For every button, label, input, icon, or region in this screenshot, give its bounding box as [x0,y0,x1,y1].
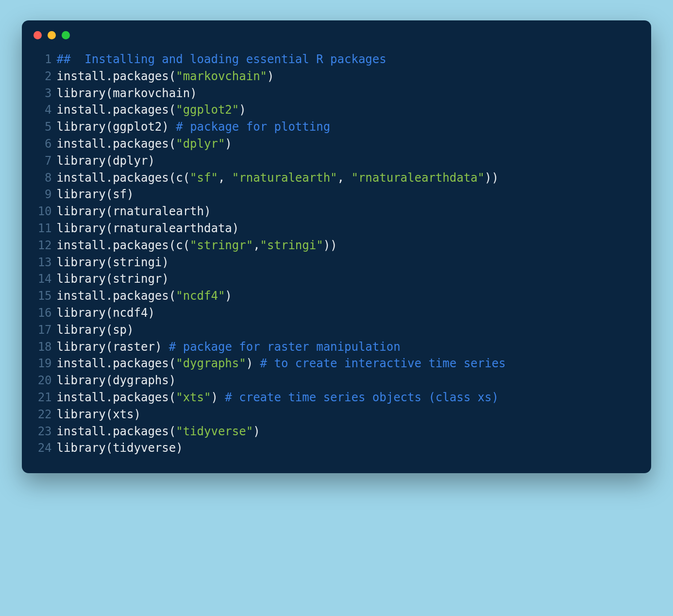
token-punct: ) [134,408,141,421]
code-line[interactable]: 23install.packages("tidyverse") [34,423,639,440]
token-punct: ( [169,357,176,370]
token-punct: ) [127,323,134,337]
line-number: 21 [34,389,52,406]
minimize-icon[interactable] [48,31,56,39]
token-punct: ) [253,425,260,438]
code-content[interactable]: library(sp) [57,322,639,339]
line-number: 6 [34,136,52,153]
token-punct: ( [169,425,176,438]
token-string: "markovchain" [176,69,267,83]
code-line[interactable]: 18library(raster) # package for raster m… [34,339,639,356]
code-content[interactable]: install.packages("dplyr") [57,136,639,153]
token-punct [218,391,225,404]
code-content[interactable]: library(sf) [57,186,639,203]
code-content[interactable]: library(tidyverse) [57,440,639,457]
token-ident: raster [113,340,155,354]
code-line[interactable]: 9library(sf) [34,186,639,203]
line-number: 10 [34,203,52,220]
token-punct: ( [106,408,113,421]
code-content[interactable]: install.packages("dygraphs") # to create… [57,355,639,372]
token-punct [169,120,176,134]
code-content[interactable]: library(ggplot2) # package for plotting [57,119,639,136]
code-line[interactable]: 7library(dplyr) [34,153,639,170]
code-content[interactable]: install.packages("ggplot2") [57,102,639,119]
line-number: 5 [34,119,52,136]
line-number: 1 [34,51,52,68]
token-punct: ) [246,357,253,370]
code-content[interactable]: library(stringi) [57,254,639,271]
token-comment: # package for raster manipulation [169,340,401,354]
code-line[interactable]: 17library(sp) [34,322,639,339]
token-punct: )) [485,171,499,185]
token-punct: ) [239,103,246,117]
close-icon[interactable] [34,31,42,39]
token-punct: ( [106,205,113,218]
code-line[interactable]: 5library(ggplot2) # package for plotting [34,119,639,136]
token-punct: ) [148,306,154,320]
token-punct: ) [162,272,168,286]
code-content[interactable]: install.packages("xts") # create time se… [57,389,639,406]
token-punct: ) [232,222,239,235]
token-punct: ( [106,188,113,201]
code-content[interactable]: library(markovchain) [57,85,639,102]
code-line[interactable]: 16library(ncdf4) [34,305,639,322]
code-line[interactable]: 8install.packages(c("sf", "rnaturalearth… [34,170,639,187]
token-punct: ( [106,374,113,387]
code-line[interactable]: 3library(markovchain) [34,85,639,102]
token-punct: ( [106,256,113,269]
line-number: 3 [34,85,52,102]
code-line[interactable]: 14library(stringr) [34,271,639,288]
zoom-icon[interactable] [62,31,70,39]
code-editor[interactable]: 1## Installing and loading essential R p… [22,44,651,457]
token-ident: sf [113,188,127,201]
code-line[interactable]: 10library(rnaturalearth) [34,203,639,220]
code-line[interactable]: 24library(tidyverse) [34,440,639,457]
token-func: library [57,340,106,354]
token-punct: ) [176,441,183,455]
token-func: install.packages [57,239,169,252]
token-ident: dygraphs [113,374,169,387]
code-content[interactable]: install.packages("markovchain") [57,68,639,85]
code-content[interactable]: install.packages("tidyverse") [57,423,639,440]
code-line[interactable]: 12install.packages(c("stringr","stringi"… [34,237,639,254]
code-line[interactable]: 15install.packages("ncdf4") [34,288,639,305]
code-content[interactable]: ## Installing and loading essential R pa… [57,51,639,68]
code-line[interactable]: 21install.packages("xts") # create time … [34,389,639,406]
token-punct: ) [162,256,168,269]
line-number: 2 [34,68,52,85]
code-content[interactable]: library(rnaturalearth) [57,203,639,220]
code-content[interactable]: library(dplyr) [57,153,639,170]
code-content[interactable]: install.packages("ncdf4") [57,288,639,305]
token-string: "dplyr" [176,137,225,151]
code-line[interactable]: 4install.packages("ggplot2") [34,102,639,119]
token-func: install.packages [57,69,169,83]
token-punct [253,357,260,370]
code-content[interactable]: library(stringr) [57,271,639,288]
code-line[interactable]: 22library(xts) [34,406,639,423]
code-line[interactable]: 2install.packages("markovchain") [34,68,639,85]
code-content[interactable]: library(dygraphs) [57,372,639,389]
token-string: "ncdf4" [176,289,225,303]
token-ident: rnaturalearth [113,205,204,218]
code-content[interactable]: library(raster) # package for raster man… [57,339,639,356]
token-punct: ( [106,323,113,337]
code-line[interactable]: 13library(stringi) [34,254,639,271]
code-line[interactable]: 1## Installing and loading essential R p… [34,51,639,68]
token-func: library [57,272,106,286]
token-func: install.packages [57,425,169,438]
token-ident: rnaturalearthdata [113,222,232,235]
token-ident: ggplot2 [113,120,162,134]
token-punct: ) [169,374,176,387]
code-line[interactable]: 19install.packages("dygraphs") # to crea… [34,355,639,372]
code-content[interactable]: library(ncdf4) [57,305,639,322]
code-line[interactable]: 20library(dygraphs) [34,372,639,389]
code-line[interactable]: 6install.packages("dplyr") [34,136,639,153]
code-line[interactable]: 11library(rnaturalearthdata) [34,220,639,237]
code-content[interactable]: install.packages(c("sf", "rnaturalearth"… [57,170,639,187]
token-func: c [176,171,183,185]
token-func: library [57,441,106,455]
code-content[interactable]: library(rnaturalearthdata) [57,220,639,237]
code-content[interactable]: library(xts) [57,406,639,423]
code-content[interactable]: install.packages(c("stringr","stringi")) [57,237,639,254]
line-number: 17 [34,322,52,339]
